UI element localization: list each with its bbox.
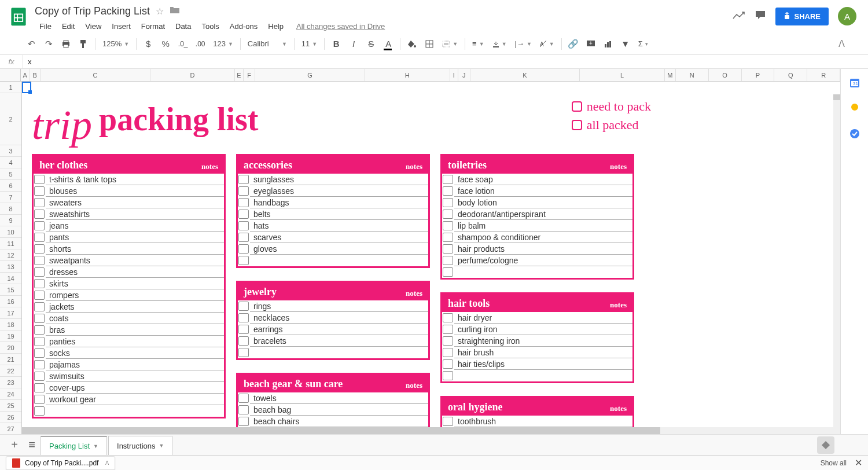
- formula-input[interactable]: x: [23, 57, 868, 66]
- redo-button[interactable]: ↷: [41, 36, 57, 52]
- row-header-21[interactable]: 21: [0, 354, 21, 365]
- row-header-9[interactable]: 9: [0, 215, 21, 226]
- row-header-5[interactable]: 5: [0, 168, 21, 180]
- share-button[interactable]: SHARE: [775, 8, 829, 25]
- rotate-button[interactable]: A▼: [536, 41, 558, 47]
- list-item[interactable]: sweatshirts: [34, 208, 224, 220]
- item-label[interactable]: bracelets: [250, 335, 428, 347]
- checkbox[interactable]: [238, 221, 249, 230]
- star-icon[interactable]: ☆: [156, 6, 164, 17]
- tab-instructions[interactable]: Instructions ▼: [108, 436, 172, 440]
- checkbox[interactable]: [34, 221, 45, 230]
- list-item[interactable]: shampoo & conditioner: [442, 232, 632, 243]
- checkbox[interactable]: [238, 233, 249, 242]
- row-header-11[interactable]: 11: [0, 238, 21, 249]
- list-item[interactable]: hair products: [442, 243, 632, 255]
- list-item[interactable]: towels: [238, 392, 428, 404]
- format-select[interactable]: 123▼: [209, 39, 237, 48]
- list-item[interactable]: bras: [34, 324, 224, 336]
- checkbox[interactable]: [34, 360, 45, 369]
- row-header-8[interactable]: 8: [0, 203, 21, 215]
- list-item[interactable]: belts: [238, 208, 428, 220]
- col-header-K[interactable]: K: [470, 69, 580, 81]
- item-label[interactable]: pajamas: [46, 359, 224, 370]
- checkbox[interactable]: [34, 267, 45, 277]
- explore-button[interactable]: [817, 436, 834, 441]
- item-label[interactable]: hair dryer: [454, 312, 632, 324]
- list-item[interactable]: hair dryer: [442, 312, 632, 324]
- menu-file[interactable]: File: [35, 20, 56, 33]
- paint-format-button[interactable]: [75, 36, 91, 52]
- col-header-F[interactable]: F: [244, 69, 256, 81]
- item-label[interactable]: scarves: [250, 232, 428, 243]
- row-header-26[interactable]: 26: [0, 412, 21, 423]
- checkbox[interactable]: [443, 348, 453, 357]
- textcolor-button[interactable]: A: [380, 36, 396, 52]
- item-label[interactable]: [250, 347, 428, 358]
- checkbox[interactable]: [34, 244, 45, 254]
- list-item[interactable]: beach chairs: [238, 416, 428, 427]
- item-label[interactable]: cover-ups: [46, 382, 224, 394]
- item-label[interactable]: toothbrush: [454, 416, 632, 427]
- item-label[interactable]: face soap: [454, 174, 632, 185]
- list-item[interactable]: swimsuits: [34, 370, 224, 382]
- menu-view[interactable]: View: [80, 20, 106, 33]
- item-label[interactable]: deodorant/antiperspirant: [454, 208, 632, 220]
- item-label[interactable]: hats: [250, 220, 428, 232]
- checkbox[interactable]: [443, 336, 453, 346]
- list-item[interactable]: workout gear: [34, 394, 224, 405]
- percent-button[interactable]: %: [157, 36, 174, 52]
- comment-icon[interactable]: [755, 10, 766, 23]
- item-label[interactable]: jeans: [46, 220, 224, 232]
- checkbox[interactable]: [443, 198, 453, 207]
- checkbox[interactable]: [443, 267, 453, 277]
- row-header-23[interactable]: 23: [0, 377, 21, 388]
- list-item[interactable]: necklaces: [238, 312, 428, 324]
- menu-edit[interactable]: Edit: [57, 20, 79, 33]
- checkbox[interactable]: [34, 314, 45, 323]
- item-label[interactable]: shampoo & conditioner: [454, 232, 632, 243]
- strike-button[interactable]: S: [363, 36, 379, 52]
- row-header-18[interactable]: 18: [0, 319, 21, 331]
- item-label[interactable]: shorts: [46, 243, 224, 255]
- list-item[interactable]: face soap: [442, 174, 632, 185]
- italic-button[interactable]: I: [345, 36, 362, 52]
- row-header-25[interactable]: 25: [0, 400, 21, 412]
- list-item[interactable]: hats: [238, 220, 428, 232]
- list-item[interactable]: straightening iron: [442, 335, 632, 347]
- halign-button[interactable]: ≡▼: [469, 39, 488, 48]
- item-label[interactable]: t-shirts & tank tops: [46, 174, 224, 185]
- item-label[interactable]: [250, 255, 428, 266]
- row-header-12[interactable]: 12: [0, 249, 21, 261]
- item-label[interactable]: hair brush: [454, 347, 632, 358]
- row-header-10[interactable]: 10: [0, 226, 21, 238]
- list-item[interactable]: bracelets: [238, 335, 428, 347]
- checkbox[interactable]: [34, 279, 45, 288]
- checkbox[interactable]: [238, 348, 249, 357]
- checkbox[interactable]: [443, 175, 453, 184]
- list-item[interactable]: [238, 255, 428, 266]
- vertical-scrollbar[interactable]: [833, 94, 840, 440]
- checkbox[interactable]: [34, 233, 45, 242]
- checkbox[interactable]: [238, 302, 249, 311]
- item-label[interactable]: straightening iron: [454, 335, 632, 347]
- add-sheet-button[interactable]: +: [6, 436, 23, 441]
- row-header-27[interactable]: 27: [0, 423, 21, 435]
- spreadsheet-grid[interactable]: ABCDEFGHIJKLMNOPQR 123456789101112131415…: [0, 69, 840, 440]
- checkbox[interactable]: [34, 383, 45, 392]
- checkbox[interactable]: [443, 186, 453, 196]
- item-label[interactable]: sunglasses: [250, 174, 428, 185]
- row-header-16[interactable]: 16: [0, 296, 21, 307]
- dec-increase-button[interactable]: .00: [192, 36, 208, 52]
- list-item[interactable]: blouses: [34, 185, 224, 197]
- col-header-A[interactable]: A: [21, 69, 30, 81]
- list-item[interactable]: pants: [34, 232, 224, 243]
- col-header-J[interactable]: J: [458, 69, 470, 81]
- list-item[interactable]: hair brush: [442, 347, 632, 358]
- item-label[interactable]: perfume/cologne: [454, 255, 632, 266]
- checkbox[interactable]: [443, 313, 453, 322]
- dec-decrease-button[interactable]: .0_: [175, 36, 191, 52]
- keep-icon[interactable]: [849, 102, 860, 114]
- list-item[interactable]: scarves: [238, 232, 428, 243]
- checkbox[interactable]: [443, 210, 453, 219]
